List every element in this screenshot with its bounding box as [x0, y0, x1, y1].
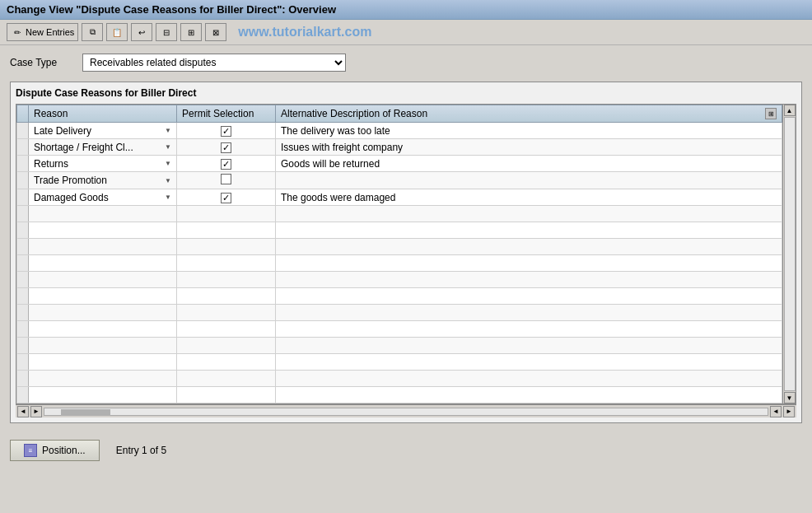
reason-text: Returns [34, 158, 163, 170]
row-selector-cell[interactable] [17, 305, 29, 321]
undo-button[interactable]: ↩ [131, 23, 152, 41]
new-entries-label: New Entries [26, 27, 74, 37]
pencil-icon: ✏ [11, 26, 24, 39]
row-selector-cell[interactable] [17, 189, 29, 206]
empty-cell [177, 338, 276, 354]
empty-row [17, 305, 782, 321]
col-permit-header: Permit Selection [177, 105, 276, 123]
empty-cell [276, 371, 782, 387]
reason-text: Damaged Goods [34, 192, 163, 203]
dropdown-arrow-icon[interactable]: ▼ [165, 194, 171, 201]
alt-description-cell: Issues with freight company [276, 139, 782, 156]
permit-checkbox[interactable] [221, 126, 231, 137]
row-selector-cell[interactable] [17, 371, 29, 387]
col-reason-header: Reason [29, 105, 177, 123]
horizontal-scrollbar[interactable]: ◄ ► ◄ ► [16, 404, 796, 417]
empty-cell [177, 239, 276, 255]
row-selector-cell[interactable] [17, 288, 29, 305]
col-selector-header [17, 105, 29, 123]
empty-cell [276, 288, 782, 305]
empty-cell [29, 387, 177, 403]
row-selector-cell[interactable] [17, 338, 29, 354]
position-icon: ≡ [24, 444, 37, 457]
row-selector-cell[interactable] [17, 255, 29, 272]
empty-cell [29, 305, 177, 321]
permit-checkbox[interactable] [221, 174, 231, 184]
paste-icon: 📋 [110, 26, 124, 39]
permit-selection-cell [177, 139, 276, 156]
data-table: Reason Permit Selection Alternative Desc… [16, 105, 782, 403]
nav1-icon: ⊟ [160, 26, 173, 39]
empty-row [17, 321, 782, 338]
case-type-row: Case Type Receivables related disputes [10, 54, 802, 72]
watermark-text: www.tutorialkart.com [238, 25, 371, 40]
empty-cell [177, 206, 276, 222]
table-row: Trade Promotion▼ [17, 172, 782, 189]
hscroll-right-small-button[interactable]: ► [30, 406, 42, 417]
dropdown-arrow-icon[interactable]: ▼ [165, 127, 171, 134]
new-entries-button[interactable]: ✏ New Entries [7, 23, 78, 41]
row-selector-cell[interactable] [17, 156, 29, 172]
position-button[interactable]: ≡ Position... [10, 440, 100, 461]
empty-cell [276, 272, 782, 288]
hscroll-far-left-button[interactable]: ◄ [770, 406, 782, 417]
dropdown-arrow-icon[interactable]: ▼ [165, 143, 171, 151]
permit-selection-cell [177, 172, 276, 189]
row-selector-cell[interactable] [17, 321, 29, 338]
undo-icon: ↩ [135, 26, 148, 39]
empty-cell [29, 354, 177, 371]
empty-cell [29, 288, 177, 305]
table-row: Shortage / Freight Cl...▼Issues with fre… [17, 139, 782, 156]
scroll-up-button[interactable]: ▲ [784, 105, 796, 116]
permit-checkbox[interactable] [221, 159, 231, 170]
empty-cell [177, 222, 276, 239]
row-selector-cell[interactable] [17, 172, 29, 189]
empty-row [17, 354, 782, 371]
row-selector-cell[interactable] [17, 222, 29, 239]
row-selector-cell[interactable] [17, 387, 29, 403]
empty-cell [177, 354, 276, 371]
case-type-select[interactable]: Receivables related disputes [82, 54, 346, 72]
dropdown-arrow-icon[interactable]: ▼ [165, 177, 171, 184]
permit-checkbox[interactable] [221, 142, 231, 153]
empty-cell [177, 371, 276, 387]
row-selector-cell[interactable] [17, 272, 29, 288]
empty-cell [29, 371, 177, 387]
position-label: Position... [42, 445, 86, 456]
hscroll-far-right-button[interactable]: ► [783, 406, 795, 417]
reason-cell: Trade Promotion▼ [29, 172, 177, 189]
vertical-scrollbar[interactable]: ▲ ▼ [783, 104, 796, 404]
row-selector-cell[interactable] [17, 123, 29, 139]
table-scroll-area: Reason Permit Selection Alternative Desc… [16, 104, 796, 417]
row-selector-cell[interactable] [17, 139, 29, 156]
nav3-button[interactable]: ⊠ [205, 23, 226, 41]
title-bar: Change View "Dispute Case Reasons for Bi… [0, 0, 812, 20]
permit-checkbox[interactable] [221, 193, 231, 203]
copy-button[interactable]: ⧉ [82, 23, 103, 41]
nav1-button[interactable]: ⊟ [156, 23, 177, 41]
alt-description-cell: The goods were damaged [276, 189, 782, 206]
empty-cell [29, 222, 177, 239]
row-selector-cell[interactable] [17, 206, 29, 222]
empty-cell [29, 321, 177, 338]
row-selector-cell[interactable] [17, 239, 29, 255]
col-alt-desc-header: Alternative Description of Reason ⊞ [276, 105, 782, 123]
hscroll-thumb[interactable] [61, 409, 110, 416]
dropdown-arrow-icon[interactable]: ▼ [165, 160, 171, 167]
row-selector-cell[interactable] [17, 354, 29, 371]
reason-text: Shortage / Freight Cl... [34, 142, 163, 153]
nav2-button[interactable]: ⊞ [180, 23, 202, 41]
scroll-down-button[interactable]: ▼ [784, 392, 796, 403]
empty-cell [29, 338, 177, 354]
entry-label: Entry 1 of 5 [116, 445, 166, 456]
toolbar: ✏ New Entries ⧉ 📋 ↩ ⊟ ⊞ ⊠ www.tutorialka… [0, 20, 812, 45]
paste-button[interactable]: 📋 [106, 23, 128, 41]
empty-cell [276, 222, 782, 239]
footer: ≡ Position... Entry 1 of 5 [0, 431, 812, 469]
empty-row [17, 371, 782, 387]
main-content: Case Type Receivables related disputes D… [0, 45, 812, 431]
col-resize-icon[interactable]: ⊞ [765, 108, 777, 119]
table-row: Damaged Goods▼The goods were damaged [17, 189, 782, 206]
reason-cell: Returns▼ [29, 156, 177, 172]
hscroll-left-button[interactable]: ◄ [17, 406, 29, 417]
